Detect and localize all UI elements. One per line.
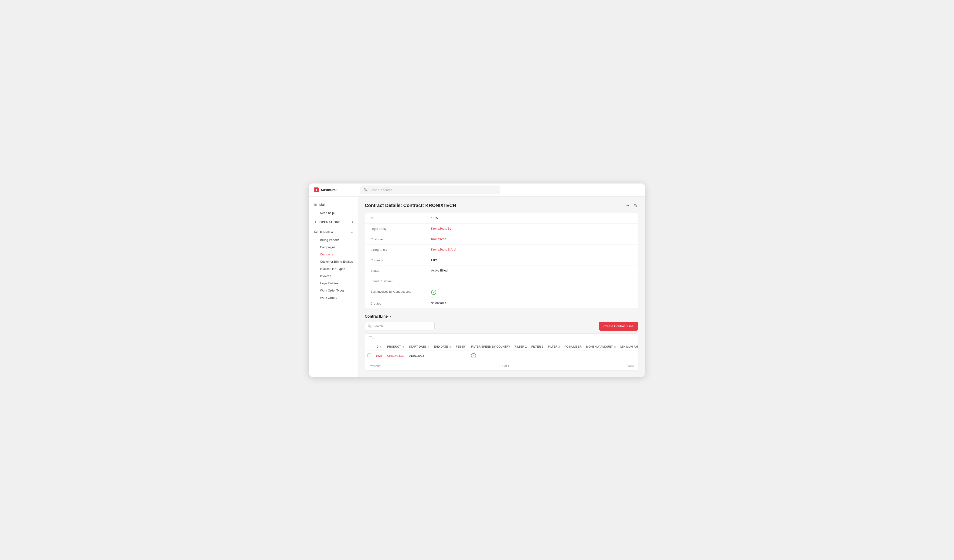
sidebar-item-contracts[interactable]: Contracts [309,251,358,258]
need-help-label: Need help? [320,211,336,215]
customer-billing-entities-label: Customer Billing Entities [320,260,353,263]
th-product[interactable]: PRODUCT ⇅ [385,343,407,350]
td-start-date: 01/01/2023 [407,350,432,361]
table-footer: Previous 1-1 of 1 Next [365,361,638,370]
section-chevron-icon[interactable]: ▾ [390,314,391,318]
sidebar-item-legal-entities[interactable]: Legal Entities [309,280,358,287]
th-filter3[interactable]: FILTER 3 [546,343,562,350]
sidebar-item-work-order-types[interactable]: Work Order Types [309,287,358,294]
sidebar-item-campaigns[interactable]: Campaigns [309,244,358,251]
invoice-line-types-label: Invoice Line Types [320,267,345,271]
main-icon: ⊞ [314,202,317,207]
detail-row-created: Created 30/09/2024 [365,298,638,308]
th-filter-spend[interactable]: FILTER SPEND BY COUNTRY [469,343,513,350]
th-checkbox [365,343,373,350]
detail-row-brand-customer: Brand Customer — [365,276,638,286]
contract-line-section-header: ContractLine ▾ [365,314,638,319]
sidebar: ⊞ Main Need help? ✦ Operations › 🗂 BILLI… [309,196,358,377]
th-fee[interactable]: FEE (%) [454,343,469,350]
field-value-split-invoices: ✓ [431,290,436,295]
top-bar-right: ⌄ [637,188,640,192]
billing-label: BILLING [320,230,333,233]
sort-icon-product: ⇅ [402,345,404,348]
search-icon-small: 🔍 [368,324,371,328]
operations-icon: ✦ [314,220,317,224]
work-order-types-label: Work Order Types [320,289,344,292]
td-filter2: — [529,350,546,361]
sidebar-item-invoice-line-types[interactable]: Invoice Line Types [309,265,358,272]
td-product[interactable]: Creative Lab [385,350,407,361]
more-icon: ··· [626,203,629,208]
td-end-date: — [432,350,454,361]
contract-line-title: ContractLine [365,314,388,319]
contract-line-table: ▾ ID ⇅ PRODUCT ⇅ [365,333,638,371]
contract-line-search[interactable]: 🔍 [365,322,435,330]
global-search[interactable]: 🔍 Press / to search [360,185,500,194]
sidebar-item-invoices[interactable]: Invoices [309,272,358,280]
sidebar-group-billing[interactable]: 🗂 BILLING ⌄ [309,227,358,236]
sort-icon-end-date: ⇅ [449,345,451,348]
content-area: Contract Details: Contract: KRONIXTECH ·… [358,196,645,377]
more-options-button[interactable]: ··· [625,202,630,209]
field-value-billing-entity[interactable]: KronixTech, S.A.U. [431,248,457,251]
logo-icon: ◆ [314,187,319,192]
search-placeholder: Press / to search [369,188,392,191]
contracts-label: Contracts [320,253,333,256]
field-label-brand-customer: Brand Customer [371,279,431,283]
field-label-currency: Currency [371,258,431,262]
data-table: ID ⇅ PRODUCT ⇅ START DATE ⇅ [365,343,638,361]
field-label-split-invoices: Split Invoices by Contract Line [371,290,431,293]
detail-row-billing-entity: Billing Entity KronixTech, S.A.U. [365,244,638,255]
detail-row-currency: Currency Euro [365,255,638,266]
field-value-customer[interactable]: KronixTech [431,237,446,241]
td-checkbox [365,350,373,361]
logo-area: ◆ Adsmurai [314,187,360,192]
sidebar-item-work-orders[interactable]: Work Orders [309,294,358,301]
contract-detail-card: ID 1025 Legal Entity KronixTech, SL Cust… [365,213,638,309]
td-filter3: — [546,350,562,361]
search-input[interactable] [373,324,432,328]
detail-row-split-invoices: Split Invoices by Contract Line ✓ [365,286,638,298]
th-monthly-amount[interactable]: MONTHLY AMOUNT ⇅ [584,343,618,350]
th-minimum-amount[interactable]: MINIMUM AMOUNT ⇅ [618,343,638,350]
sidebar-section-operations: ✦ Operations › [309,218,358,227]
sidebar-section-billing: 🗂 BILLING ⌄ Billing Periods Campaigns Co… [309,227,358,301]
field-label-legal-entity: Legal Entity [371,227,431,230]
th-filter2[interactable]: FILTER 2 [529,343,546,350]
pagination-previous[interactable]: Previous [369,364,380,368]
th-end-date[interactable]: END DATE ⇅ [432,343,454,350]
work-orders-label: Work Orders [320,296,337,299]
create-contract-line-button[interactable]: Create Contract Line [599,322,638,331]
th-filter1[interactable]: FILTER 1 [513,343,529,350]
row-checkbox[interactable] [367,353,371,357]
field-value-status: Active Billed [431,269,447,272]
pagination-next[interactable]: Next [628,364,634,368]
th-po-number[interactable]: PO NUMBER [562,343,584,350]
table-row: 1525 Creative Lab 01/01/2023 — — ✓ — — —… [365,350,638,361]
campaigns-label: Campaigns [320,246,335,249]
th-start-date[interactable]: START DATE ⇅ [407,343,432,350]
sidebar-item-customer-billing-entities[interactable]: Customer Billing Entities [309,258,358,265]
invoices-label: Invoices [320,274,331,278]
field-value-legal-entity[interactable]: KronixTech, SL [431,227,451,230]
table-top-chevron-icon[interactable]: ▾ [374,337,376,340]
edit-button[interactable]: ✎ [633,202,638,209]
legal-entities-label: Legal Entities [320,282,338,285]
sidebar-item-billing-periods[interactable]: Billing Periods [309,236,358,244]
select-all-checkbox[interactable] [369,336,373,340]
sidebar-group-operations[interactable]: ✦ Operations › [309,218,358,227]
check-icon: ✓ [431,290,436,295]
chevron-down-icon[interactable]: ⌄ [637,188,640,192]
th-id[interactable]: ID ⇅ [373,343,385,350]
sort-icon-start-date: ⇅ [427,345,429,348]
td-fee: — [454,350,469,361]
field-label-status: Status [371,269,431,272]
td-id[interactable]: 1525 [373,350,385,361]
table-body: 1525 Creative Lab 01/01/2023 — — ✓ — — —… [365,350,638,361]
section-toolbar: 🔍 Create Contract Line [365,322,638,331]
field-value-brand-customer: — [431,279,434,283]
td-minimum-amount: — [618,350,638,361]
chevron-right-icon: › [352,220,353,224]
sidebar-item-need-help[interactable]: Need help? [309,209,358,216]
sidebar-item-main[interactable]: ⊞ Main [309,200,358,209]
